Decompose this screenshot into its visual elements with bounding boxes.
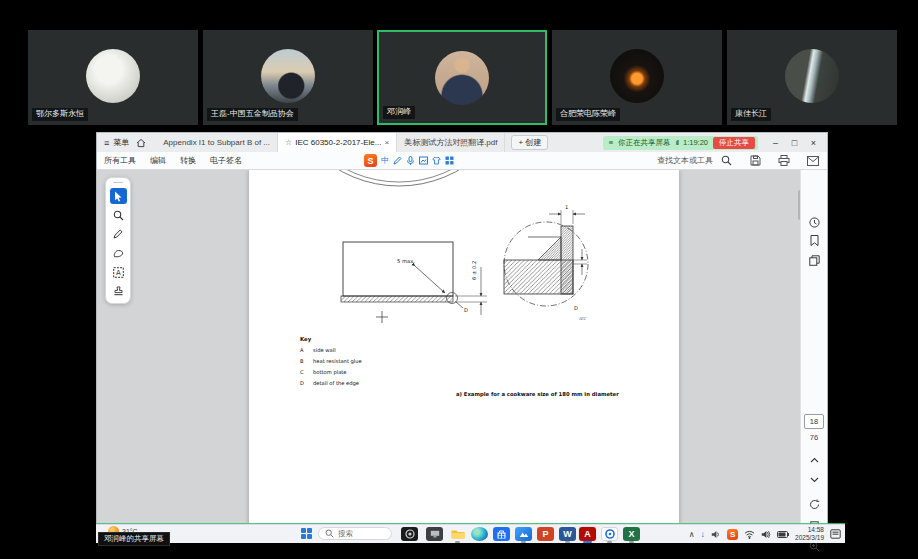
notification-center-icon[interactable] [830,529,841,539]
select-tool-button[interactable] [110,188,127,204]
tab-iec-60350-active[interactable]: ☆ IEC 60350-2-2017-Ele... × [278,133,397,152]
ime-board-icon[interactable] [419,156,428,165]
stamp-tool-button[interactable] [110,283,127,299]
history-icon[interactable] [801,214,827,230]
menu-button[interactable]: 菜单 [113,137,129,148]
audio-device-icon[interactable] [711,530,721,539]
microsoft-store-icon[interactable] [493,527,510,541]
time-label: 14:58 [795,526,824,534]
sogou-tray-icon[interactable]: S [727,529,738,540]
find-text-label[interactable]: 查找文本或工具 [657,155,713,166]
tab-appendix[interactable]: Appendix I1 to Subpart B of ... [156,133,278,152]
palette-drag-handle[interactable] [113,182,123,185]
next-page-icon[interactable] [801,472,827,488]
participant-tile[interactable]: 合肥荣电陈荣峰 [552,30,722,125]
sogou-ime-bar: S 中 [364,154,454,167]
document-area[interactable]: 5 max. D 6 ± 0.2 [97,170,803,523]
participant-tile[interactable]: 王磊-中国五金制品协会 [203,30,373,125]
svg-text:A: A [116,269,121,277]
home-icon[interactable] [133,136,149,149]
tab-label: 美标测试方法对照翻译.pdf [404,137,497,148]
share-timer: 1:19:20 [683,138,708,147]
active-running-indicator [583,541,592,543]
convert-menu[interactable]: 转换 [173,155,203,166]
save-icon[interactable] [747,154,763,167]
minimize-button[interactable]: – [766,133,785,152]
taskbar-search[interactable]: 搜索 [318,527,392,540]
bookmark-icon[interactable] [801,232,827,248]
participant-tile-active-speaker[interactable]: 邓润峰 [377,30,547,125]
sogou-logo-icon[interactable]: S [364,154,377,167]
word-icon[interactable]: W [559,527,576,541]
running-indicator [629,541,634,543]
create-label: 创建 [525,137,541,148]
share-list-icon[interactable]: ≡ [609,138,613,147]
hidden-icons-chevron[interactable]: ∧ [689,530,695,539]
running-indicator [607,541,612,543]
right-panel: 18 76 [800,170,827,523]
powerpoint-icon[interactable]: P [537,527,554,541]
zoom-tool-button[interactable] [110,207,127,223]
running-indicator [565,541,570,543]
participant-tile[interactable]: 鄂尔多斯永恒 [28,30,198,125]
avatar [435,51,489,105]
excel-icon[interactable]: X [623,527,640,541]
acrobat-icon[interactable]: A [579,527,596,541]
participant-name: 邓润峰 [383,106,415,119]
rotate-page-icon[interactable] [801,496,827,512]
participant-tile[interactable]: 康佳长江 [727,30,897,125]
maximize-button[interactable]: □ [785,133,804,152]
edge-browser-icon[interactable] [471,527,488,541]
detail-ref-left: D [464,307,468,313]
wifi-icon[interactable] [744,530,755,539]
ime-pen-icon[interactable] [393,156,402,165]
ime-skin-icon[interactable] [432,156,441,165]
participant-name: 合肥荣电陈荣峰 [556,108,620,121]
clock-widget[interactable]: 14:58 2025/3/19 [795,526,824,542]
previous-page-icon[interactable] [801,452,827,468]
current-page-input[interactable]: 18 [804,414,824,429]
edit-menu[interactable]: 编辑 [143,155,173,166]
ime-mic-icon[interactable] [406,156,415,165]
download-tray-icon[interactable]: ↓ [701,529,706,539]
stop-sharing-button[interactable]: 停止共享 [713,137,755,149]
tencent-docs-icon[interactable] [601,527,618,541]
create-new-tab-button[interactable]: + 创建 [511,135,548,150]
pdf-page: 5 max. D 6 ± 0.2 [249,170,679,523]
all-tools-menu[interactable]: 所有工具 [97,155,143,166]
participant-name: 鄂尔多斯永恒 [32,108,88,121]
file-explorer-icon[interactable] [449,527,466,541]
search-icon[interactable] [718,154,734,167]
add-text-button[interactable]: A [110,264,127,280]
search-icon [325,529,334,538]
hamburger-menu-icon[interactable]: ≡ [104,138,109,148]
tab-label: Appendix I1 to Subpart B of ... [163,138,270,147]
device-app-icon[interactable] [426,527,443,541]
ppt-letter: P [542,529,548,539]
volume-icon[interactable] [761,530,771,539]
ime-language-indicator[interactable]: 中 [381,155,389,166]
battery-icon[interactable] [777,531,789,538]
start-button[interactable] [301,528,313,540]
find-zone: 查找文本或工具 [657,154,827,167]
close-tab-icon[interactable]: × [384,138,389,147]
tab-translation-pdf[interactable]: 美标测试方法对照翻译.pdf [397,133,505,152]
meeting-app-icon[interactable] [515,527,532,541]
pen-annotate-button[interactable] [110,226,127,242]
plus-icon: + [518,138,523,147]
mail-icon[interactable] [805,154,821,167]
avatar [261,49,315,103]
pdf-window: ≡ 菜单 Appendix I1 to Subpart B of ... ☆ I… [96,132,828,524]
esign-menu[interactable]: 电子签名 [203,155,249,166]
dim-wall-label: 1 [565,204,568,210]
key-c-id: C [300,369,304,375]
camera-app-icon[interactable] [401,527,418,541]
ime-toolbox-icon[interactable] [445,156,454,165]
pdf-titlebar: ≡ 菜单 Appendix I1 to Subpart B of ... ☆ I… [97,133,827,152]
page-thumbnails-icon[interactable] [801,252,827,268]
print-icon[interactable] [776,154,792,167]
key-b-id: B [300,358,304,364]
close-button[interactable]: × [804,133,823,152]
star-icon[interactable]: ☆ [285,138,292,147]
highlighter-button[interactable] [110,245,127,261]
